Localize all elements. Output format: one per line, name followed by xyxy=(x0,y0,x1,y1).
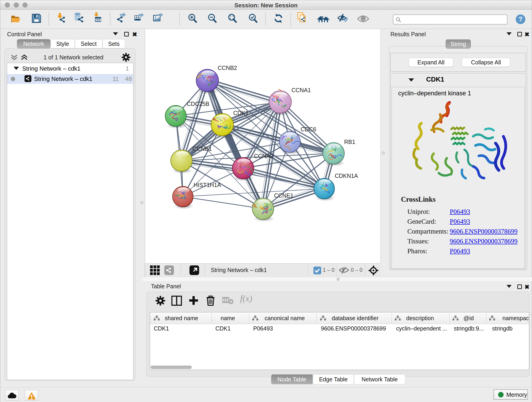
svg-text:CCNA1: CCNA1 xyxy=(291,87,311,93)
svg-text:CDKN1A: CDKN1A xyxy=(335,172,358,179)
svg-text:RB1: RB1 xyxy=(344,139,355,145)
svg-text:CCNA2: CCNA2 xyxy=(254,153,273,159)
svg-text:HIST1H1A: HIST1H1A xyxy=(194,182,221,188)
svg-text:CDC6: CDC6 xyxy=(301,126,316,133)
svg-text:CCNE1: CCNE1 xyxy=(274,192,293,199)
svg-text:CDC25B: CDC25B xyxy=(187,101,209,107)
svg-text:CCNB1: CCNB1 xyxy=(192,146,212,152)
svg-text:CCNB2: CCNB2 xyxy=(218,65,237,71)
svg-text:CDK1: CDK1 xyxy=(233,110,249,116)
svg-text:?: ? xyxy=(519,15,523,23)
